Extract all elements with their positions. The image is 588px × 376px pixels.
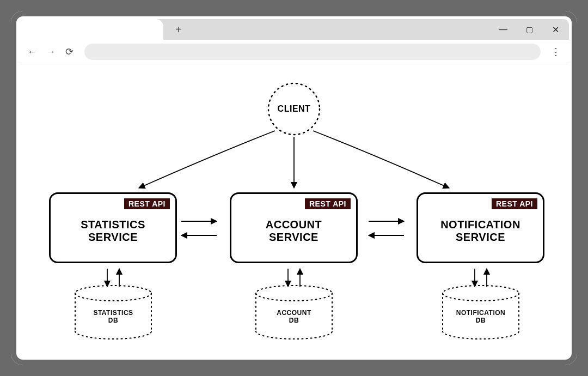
svg-point-11 (256, 286, 332, 301)
back-button[interactable]: ← (24, 44, 40, 59)
svg-point-8 (75, 286, 151, 301)
tab-strip: + — ▢ ✕ (19, 19, 569, 40)
kebab-icon: ⋮ (551, 46, 561, 58)
notification-service-box: REST API NOTIFICATION SERVICE (416, 192, 544, 263)
diagram-canvas: CLIENT REST API STATISTICS SERVICE REST … (19, 64, 569, 357)
reload-icon: ⟳ (65, 46, 74, 58)
statistics-service-box: REST API STATISTICS SERVICE (49, 192, 177, 263)
maximize-icon: ▢ (526, 25, 533, 34)
statistics-service-title: STATISTICS SERVICE (81, 219, 145, 244)
rest-api-badge: REST API (305, 198, 351, 209)
forward-button[interactable]: → (43, 44, 58, 59)
notification-service-title: NOTIFICATION SERVICE (440, 219, 520, 244)
reload-button[interactable]: ⟳ (62, 44, 77, 59)
minimize-icon: — (499, 25, 507, 34)
client-node: CLIENT (278, 104, 311, 114)
menu-button[interactable]: ⋮ (548, 44, 564, 59)
statistics-db-label: STATISTICS DB (93, 309, 133, 324)
notification-db-label: NOTIFICATION DB (456, 309, 505, 324)
new-tab-button[interactable]: + (171, 22, 186, 37)
close-icon: ✕ (552, 25, 559, 35)
account-db-label: ACCOUNT DB (277, 309, 311, 324)
close-button[interactable]: ✕ (547, 21, 564, 38)
maximize-button[interactable]: ▢ (521, 21, 537, 38)
minimize-button[interactable]: — (495, 21, 511, 38)
window-controls: — ▢ ✕ (495, 21, 564, 38)
arrow-right-icon: → (46, 46, 56, 58)
arrow-left-icon: ← (27, 46, 37, 58)
plus-icon: + (175, 23, 182, 35)
browser-window: + — ▢ ✕ ← → ⟳ (19, 19, 569, 357)
rest-api-badge: REST API (124, 198, 170, 209)
browser-toolbar: ← → ⟳ ⋮ (19, 40, 569, 64)
address-bar[interactable] (84, 44, 541, 60)
account-service-title: ACCOUNT SERVICE (266, 219, 322, 244)
rest-api-badge: REST API (492, 198, 537, 209)
svg-point-14 (443, 286, 519, 301)
account-service-box: REST API ACCOUNT SERVICE (230, 192, 358, 263)
browser-tab[interactable] (19, 19, 163, 40)
